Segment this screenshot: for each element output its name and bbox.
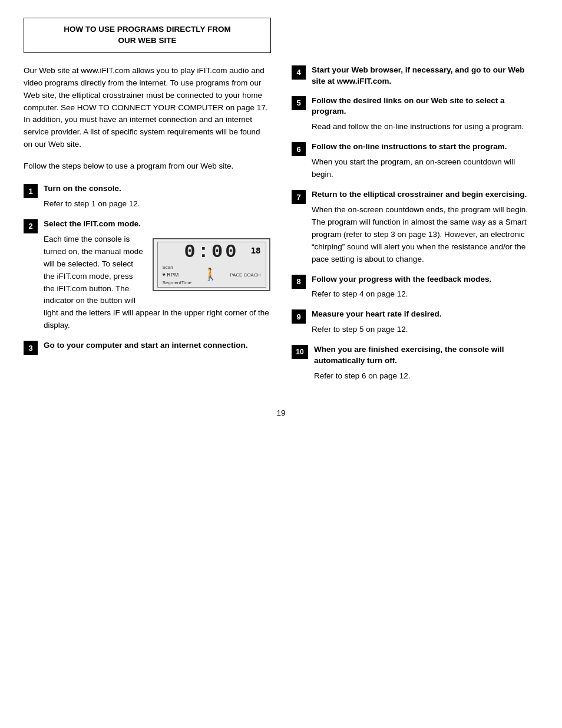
header-title: HOW TO USE PROGRAMS DIRECTLY FROM OUR WE… <box>34 24 261 47</box>
scan-label: Scan <box>163 264 173 271</box>
step-2-number: 2 <box>24 219 38 233</box>
step-9-content: Measure your heart rate if desired. Refe… <box>312 309 538 336</box>
step-7-body: When the on-screen countdown ends, the p… <box>312 204 538 266</box>
pace-label: PACE COACH <box>230 272 260 279</box>
step-6-title: Follow the on-line instructions to start… <box>312 141 538 153</box>
step-10: 10 When you are finished exercising, the… <box>292 344 538 383</box>
step-5-body: Read and follow the on-line instructions… <box>312 121 538 133</box>
step-1-title: Turn on the console. <box>44 183 270 195</box>
step-4-title: Start your Web browser, if necessary, an… <box>312 65 538 87</box>
display-digits: 0:00 <box>184 243 239 262</box>
step-8-title: Follow your progress with the feedback m… <box>312 274 538 285</box>
step-8-content: Follow your progress with the feedback m… <box>312 274 538 301</box>
display-bottom-labels: Scan ♥ RPM SegmentTime 🚶 PACE COACH <box>160 264 263 287</box>
display-inner: 18 0:00 Scan ♥ RPM SegmentTime 🚶 <box>157 242 266 288</box>
step-10-content: When you are finished exercising, the co… <box>314 344 538 383</box>
follow-steps-paragraph: Follow the steps below to use a program … <box>24 160 270 173</box>
segment-label: SegmentTime <box>163 279 192 286</box>
step-5-content: Follow the desired links on our Web site… <box>312 95 538 134</box>
step-5-number: 5 <box>292 96 306 110</box>
step-10-title: When you are finished exercising, the co… <box>314 344 538 367</box>
step-3-number: 3 <box>24 341 38 355</box>
step-2-body: 18 0:00 Scan ♥ RPM SegmentTime 🚶 <box>44 233 270 332</box>
step-1-content: Turn on the console. Refer to step 1 on … <box>44 183 270 210</box>
step-6-body: When you start the program, an on-screen… <box>312 156 538 181</box>
step-5-title: Follow the desired links on our Web site… <box>312 95 538 118</box>
rpm-label: ♥ RPM <box>163 271 179 279</box>
step-10-body: Refer to step 6 on page 12. <box>314 370 538 383</box>
step-1: 1 Turn on the console. Refer to step 1 o… <box>24 183 270 210</box>
step-7-title: Return to the elliptical crosstrainer an… <box>312 189 538 200</box>
step-6: 6 Follow the on-line instructions to sta… <box>292 141 538 181</box>
step-2: 2 Select the iFIT.com mode. 18 0:00 Scan <box>24 219 270 332</box>
step-4: 4 Start your Web browser, if necessary, … <box>292 65 538 87</box>
two-col-layout: Our Web site at www.iFIT.com allows you … <box>24 65 538 391</box>
display-corner-value: 18 <box>251 245 261 258</box>
step-8-number: 8 <box>292 275 306 289</box>
step-4-content: Start your Web browser, if necessary, an… <box>312 65 538 87</box>
header-box: HOW TO USE PROGRAMS DIRECTLY FROM OUR WE… <box>24 18 271 53</box>
step-1-number: 1 <box>24 184 38 198</box>
step-1-body: Refer to step 1 on page 12. <box>44 198 270 210</box>
step-9-number: 9 <box>292 309 306 324</box>
step-9-body: Refer to step 5 on page 12. <box>312 324 538 336</box>
page-number: 19 <box>24 409 538 417</box>
step-4-number: 4 <box>292 65 306 80</box>
step-6-number: 6 <box>292 142 306 156</box>
right-column: 4 Start your Web browser, if necessary, … <box>292 65 538 391</box>
step-3: 3 Go to your computer and start an inter… <box>24 340 270 355</box>
intro-paragraph: Our Web site at www.iFIT.com allows you … <box>24 65 270 151</box>
step-7-content: Return to the elliptical crosstrainer an… <box>312 189 538 266</box>
left-column: Our Web site at www.iFIT.com allows you … <box>24 65 270 391</box>
step-3-content: Go to your computer and start an interne… <box>44 340 270 351</box>
step-9: 9 Measure your heart rate if desired. Re… <box>292 309 538 336</box>
step-10-number: 10 <box>292 345 308 359</box>
step-7-number: 7 <box>292 190 306 204</box>
page-wrapper: HOW TO USE PROGRAMS DIRECTLY FROM OUR WE… <box>24 18 538 417</box>
step-2-title: Select the iFIT.com mode. <box>44 219 270 230</box>
step-7: 7 Return to the elliptical crosstrainer … <box>292 189 538 266</box>
console-display: 18 0:00 Scan ♥ RPM SegmentTime 🚶 <box>153 238 270 291</box>
step-3-title: Go to your computer and start an interne… <box>44 340 270 351</box>
step-8-body: Refer to step 4 on page 12. <box>312 288 538 301</box>
display-left-labels: Scan ♥ RPM SegmentTime <box>163 264 192 287</box>
step-8: 8 Follow your progress with the feedback… <box>292 274 538 301</box>
step-5: 5 Follow the desired links on our Web si… <box>292 95 538 134</box>
figure-icon: 🚶 <box>203 265 218 284</box>
step-9-title: Measure your heart rate if desired. <box>312 309 538 320</box>
step-2-content: Select the iFIT.com mode. 18 0:00 Scan ♥ <box>44 219 270 332</box>
step-6-content: Follow the on-line instructions to start… <box>312 141 538 181</box>
